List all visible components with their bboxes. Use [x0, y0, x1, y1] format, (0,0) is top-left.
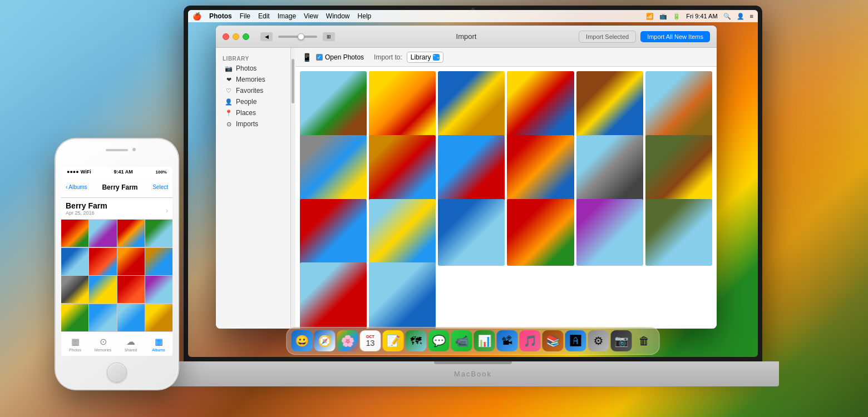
iphone-tab-bar: ▦ Photos ⊙ Memories ☁ Shared ▦ Albums: [61, 331, 172, 356]
iphone-photo-cell[interactable]: [89, 276, 116, 303]
import-all-button[interactable]: Import All New Items: [640, 31, 710, 42]
dock-camera-icon[interactable]: 📷: [611, 330, 632, 351]
apple-menu[interactable]: 🍎: [193, 12, 201, 21]
dock-itunes-icon[interactable]: 🎵: [520, 330, 541, 351]
iphone-photo-cell[interactable]: [145, 248, 172, 275]
menu-window[interactable]: Window: [326, 12, 350, 20]
minimize-button[interactable]: [233, 33, 239, 40]
iphone-tab-photos[interactable]: ▦ Photos: [61, 336, 89, 352]
photo-cell[interactable]: [369, 135, 436, 202]
checkbox[interactable]: ✓: [316, 54, 323, 61]
close-button[interactable]: [223, 33, 229, 40]
dock-notes-icon[interactable]: 📝: [383, 330, 404, 351]
photo-cell[interactable]: [369, 71, 436, 138]
iphone-photo-cell[interactable]: [61, 248, 88, 275]
iphone-tab-memories[interactable]: ⊙ Memories: [89, 336, 117, 352]
photo-cell[interactable]: [300, 262, 367, 329]
photo-cell[interactable]: [645, 71, 712, 138]
iphone-camera: [132, 148, 136, 151]
iphone-home-button[interactable]: [107, 363, 127, 383]
photo-cell[interactable]: [438, 135, 505, 202]
dock-keynote-icon[interactable]: 📽: [497, 330, 518, 351]
iphone-photo-cell[interactable]: [117, 304, 145, 331]
iphone-tab-shared[interactable]: ☁ Shared: [117, 336, 145, 352]
photo-cell[interactable]: [300, 135, 367, 202]
dock-maps-icon[interactable]: 🗺: [406, 330, 427, 351]
macbook-notch: [434, 361, 512, 364]
people-icon: 👤: [225, 98, 233, 106]
menu-help[interactable]: Help: [358, 12, 372, 20]
photo-cell[interactable]: [300, 199, 367, 266]
sidebar-scrollbar[interactable]: [291, 48, 295, 329]
menu-view[interactable]: View: [304, 12, 318, 20]
dock-safari-icon[interactable]: 🧭: [314, 330, 336, 351]
iphone-photo-cell[interactable]: [117, 276, 145, 303]
iphone-select-button[interactable]: Select: [152, 184, 168, 190]
slider-thumb: [298, 33, 304, 40]
menu-edit[interactable]: Edit: [258, 12, 270, 20]
menu-image[interactable]: Image: [278, 12, 296, 20]
sidebar-item-memories[interactable]: ❤ Memories: [218, 74, 288, 85]
dock-facetime-icon[interactable]: 📹: [451, 330, 472, 351]
memories-tab-label: Memories: [95, 348, 112, 352]
menu-file[interactable]: File: [240, 12, 250, 20]
photo-cell[interactable]: [438, 71, 505, 138]
iphone-photo-cell[interactable]: [117, 248, 145, 275]
wifi-icon: 📶: [646, 13, 654, 20]
shared-tab-icon: ☁: [126, 336, 135, 347]
iphone-back-button[interactable]: ‹ Albums: [66, 184, 87, 190]
sidebar-item-photos[interactable]: 📷 Photos: [218, 63, 288, 74]
dock-ibooks-icon[interactable]: 📚: [542, 330, 564, 351]
search-icon[interactable]: 🔍: [723, 13, 731, 20]
grid-button[interactable]: ⊞: [323, 32, 335, 41]
dock-settings-icon[interactable]: ⚙: [588, 330, 609, 351]
iphone-photo-cell[interactable]: [117, 220, 145, 247]
sidebar-item-places[interactable]: 📍 Places: [218, 107, 288, 118]
iphone-status-bar: ●●●● WiFi 9:41 AM 100%: [61, 167, 172, 177]
photo-cell[interactable]: [507, 199, 574, 266]
iphone-photo-cell[interactable]: [61, 276, 88, 303]
iphone-photo-cell[interactable]: [61, 304, 88, 331]
sidebar-item-imports[interactable]: ⊙ Imports: [218, 118, 288, 130]
photo-cell[interactable]: [576, 135, 643, 202]
import-to-dropdown[interactable]: Library ⌃⌄: [407, 52, 444, 63]
photo-cell[interactable]: [507, 71, 574, 138]
iphone-tab-albums[interactable]: ▦ Albums: [145, 336, 172, 352]
iphone-photo-cell[interactable]: [145, 276, 172, 303]
photo-cell[interactable]: [438, 199, 505, 266]
open-photos-checkbox[interactable]: ✓ Open Photos: [316, 53, 364, 61]
zoom-slider[interactable]: [278, 36, 317, 38]
scrollbar-thumb: [292, 59, 294, 103]
import-selected-button[interactable]: Import Selected: [579, 31, 636, 43]
iphone-photo-cell[interactable]: [145, 304, 172, 331]
menu-app-name[interactable]: Photos: [209, 12, 232, 20]
back-button[interactable]: ◀: [260, 32, 273, 41]
dock-trash-icon[interactable]: 🗑: [634, 330, 655, 351]
photo-cell[interactable]: [645, 199, 712, 266]
sidebar-item-favorites[interactable]: ♡ Favorites: [218, 85, 288, 96]
photo-cell[interactable]: [369, 262, 436, 329]
iphone-photo-cell[interactable]: [61, 220, 88, 247]
dock-calendar-icon[interactable]: OCT13: [360, 330, 381, 351]
dock: 😀 🧭 🌸 OCT13 📝 🗺 💬 📹 📊 📽 🎵 📚 🅰 ⚙ 📷 🗑: [287, 327, 660, 355]
photo-cell[interactable]: [300, 71, 367, 138]
traffic-lights: [223, 33, 249, 40]
photo-cell[interactable]: [576, 71, 643, 138]
photo-cell[interactable]: [369, 199, 436, 266]
iphone-album-title: Berry Farm: [66, 201, 168, 210]
photo-cell[interactable]: [576, 199, 643, 266]
iphone-photo-cell[interactable]: [89, 248, 116, 275]
photo-cell[interactable]: [645, 135, 712, 202]
dock-numbers-icon[interactable]: 📊: [474, 330, 495, 351]
dock-messages-icon[interactable]: 💬: [428, 330, 450, 351]
iphone-photo-cell[interactable]: [145, 220, 172, 247]
iphone-album-info[interactable]: Berry Farm Apr 25, 2016 ›: [61, 198, 172, 220]
iphone-photo-cell[interactable]: [89, 304, 116, 331]
dock-photos-icon[interactable]: 🌸: [337, 330, 358, 351]
maximize-button[interactable]: [243, 33, 249, 40]
photo-cell[interactable]: [507, 135, 574, 202]
dock-finder-icon[interactable]: 😀: [292, 330, 313, 351]
sidebar-item-people[interactable]: 👤 People: [218, 96, 288, 107]
dock-appstore-icon[interactable]: 🅰: [565, 330, 586, 351]
iphone-photo-cell[interactable]: [89, 220, 116, 247]
